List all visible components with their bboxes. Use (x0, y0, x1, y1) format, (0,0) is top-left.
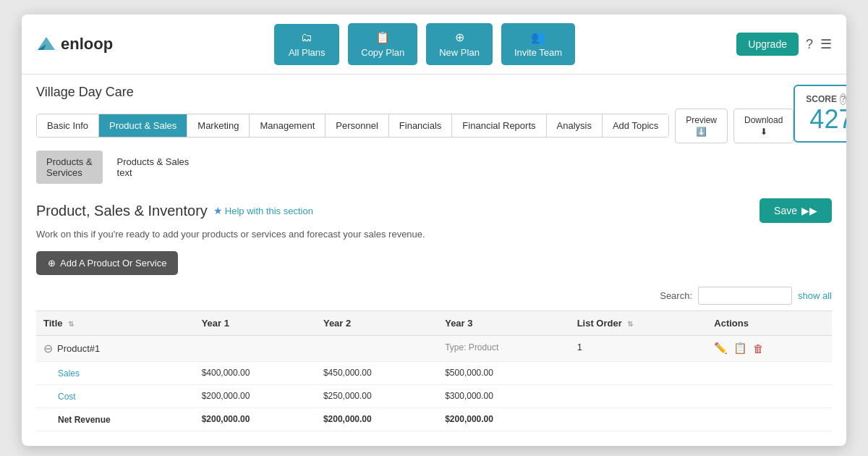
product-actions-cell: ✏️ 📋 🗑 (707, 336, 832, 362)
upgrade-button[interactable]: Upgrade (736, 33, 799, 56)
save-button[interactable]: Save ▶▶ (760, 198, 832, 223)
header: enloop 🗂 All Plans 📋 Copy Plan ⊕ New Pla… (22, 14, 846, 75)
tab-product-sales[interactable]: Product & Sales (99, 114, 187, 137)
score-label: SCORE ? (809, 93, 843, 105)
help-star-icon: ★ (213, 205, 223, 216)
sort-order-icon[interactable]: ⇅ (627, 320, 633, 328)
collapse-icon[interactable]: ⊖ (43, 342, 53, 355)
plan-left: Village Day Care Basic Info Product & Sa… (36, 85, 793, 143)
section-header: Product, Sales & Inventory ★ Help with t… (36, 198, 832, 223)
cost-year2-cell: $250,000.00 (316, 385, 438, 408)
sub-tab-products-sales-text[interactable]: Products & Salestext (107, 151, 200, 184)
all-plans-button[interactable]: 🗂 All Plans (274, 24, 339, 65)
preview-button[interactable]: Preview ⬇️ (675, 109, 728, 143)
col-year2: Year 2 (316, 311, 438, 336)
header-right: Upgrade ? ☰ (736, 33, 832, 56)
action-icons: ✏️ 📋 🗑 (714, 342, 825, 355)
sales-year1-cell: $400,000.00 (195, 362, 316, 385)
search-label: Search: (660, 290, 692, 301)
main-tabs: Basic Info Product & Sales Marketing Man… (36, 114, 669, 138)
search-input[interactable] (698, 287, 792, 305)
tab-personnel[interactable]: Personnel (326, 114, 389, 137)
net-revenue-year3-cell: $200,000.00 (438, 408, 569, 431)
invite-team-button[interactable]: 👥 Invite Team (501, 23, 575, 65)
header-nav: 🗂 All Plans 📋 Copy Plan ⊕ New Plan 👥 Inv… (274, 23, 575, 65)
section-description: Work on this if you're ready to add your… (36, 229, 832, 240)
sub-tabs: Products &Services Products & Salestext (22, 143, 846, 184)
tab-management[interactable]: Management (250, 114, 326, 137)
tab-financials[interactable]: Financials (389, 114, 453, 137)
logo: enloop (36, 34, 113, 54)
edit-icon[interactable]: ✏️ (714, 342, 728, 355)
download-icon: ⬇ (760, 127, 767, 137)
col-title: Title ⇅ (36, 311, 195, 336)
tab-analysis[interactable]: Analysis (547, 114, 603, 137)
col-actions: Actions (707, 311, 832, 336)
preview-icon: ⬇️ (696, 127, 707, 137)
add-product-button[interactable]: ⊕ Add A Product Or Service (36, 251, 178, 275)
show-all-link[interactable]: show all (798, 290, 832, 301)
cost-year1-cell: $200,000.00 (195, 385, 316, 408)
main-window: enloop 🗂 All Plans 📋 Copy Plan ⊕ New Pla… (22, 14, 846, 446)
add-icon: ⊕ (48, 258, 56, 269)
col-year3: Year 3 (438, 311, 569, 336)
net-revenue-year2-cell: $200,000.00 (316, 408, 438, 431)
copy-plan-button[interactable]: 📋 Copy Plan (348, 23, 417, 65)
net-revenue-year1-cell: $200,000.00 (195, 408, 316, 431)
all-plans-icon: 🗂 (301, 31, 312, 44)
tab-financial-reports[interactable]: Financial Reports (452, 114, 546, 137)
new-plan-icon: ⊕ (455, 30, 464, 44)
table-row: ⊖ Product#1 Type: Product 1 ✏️ (36, 336, 832, 362)
new-plan-button[interactable]: ⊕ New Plan (426, 23, 493, 65)
content-area: Product, Sales & Inventory ★ Help with t… (22, 184, 846, 446)
plan-area: Village Day Care Basic Info Product & Sa… (22, 75, 846, 143)
sort-title-icon[interactable]: ⇅ (68, 320, 74, 328)
copy-icon[interactable]: 📋 (733, 342, 747, 355)
table-toolbar: Search: show all (36, 287, 832, 305)
sales-year3-cell: $500,000.00 (438, 362, 569, 385)
section-title: Product, Sales & Inventory ★ Help with t… (36, 203, 313, 219)
product-order-cell: 1 (570, 336, 707, 362)
cost-year3-cell: $300,000.00 (438, 385, 569, 408)
sales-year2-cell: $450,000.00 (316, 362, 438, 385)
score-value: 427 (809, 105, 843, 134)
help-button[interactable]: ? (806, 37, 813, 52)
plan-name: Village Day Care (36, 85, 793, 100)
save-forward-icon: ▶▶ (801, 205, 817, 216)
col-list-order: List Order ⇅ (570, 311, 707, 336)
menu-button[interactable]: ☰ (820, 36, 832, 52)
score-help-icon[interactable]: ? (840, 93, 846, 105)
table-row: Cost $200,000.00 $250,000.00 $300,000.00 (36, 385, 832, 408)
net-revenue-label-cell: Net Revenue (36, 408, 195, 431)
sub-tab-products-services[interactable]: Products &Services (36, 151, 103, 184)
invite-team-icon: 👥 (531, 30, 545, 44)
score-box: SCORE ? 427 (793, 85, 846, 143)
tab-add-topics[interactable]: Add Topics (603, 114, 668, 137)
action-tabs: Preview ⬇️ Download ⬇ (675, 109, 793, 143)
table-row: Sales $400,000.00 $450,000.00 $500,000.0… (36, 362, 832, 385)
product-name: ⊖ Product#1 (43, 342, 187, 355)
help-link[interactable]: ★ Help with this section (213, 205, 313, 216)
sales-label-cell: Sales (36, 362, 195, 385)
col-year1: Year 1 (195, 311, 316, 336)
table-row: Net Revenue $200,000.00 $200,000.00 $200… (36, 408, 832, 431)
product-title-cell: ⊖ Product#1 (36, 336, 195, 362)
tab-marketing[interactable]: Marketing (187, 114, 250, 137)
svg-marker-0 (38, 37, 55, 50)
table-header-row: Title ⇅ Year 1 Year 2 Year 3 List Order … (36, 311, 832, 336)
copy-plan-icon: 📋 (375, 30, 390, 44)
delete-icon[interactable]: 🗑 (753, 342, 764, 355)
product-type-cell: Type: Product (438, 336, 569, 362)
download-button[interactable]: Download ⬇ (733, 109, 793, 143)
tab-basic-info[interactable]: Basic Info (37, 114, 99, 137)
cost-label-cell: Cost (36, 385, 195, 408)
data-table: Title ⇅ Year 1 Year 2 Year 3 List Order … (36, 311, 832, 431)
logo-icon (36, 34, 56, 54)
